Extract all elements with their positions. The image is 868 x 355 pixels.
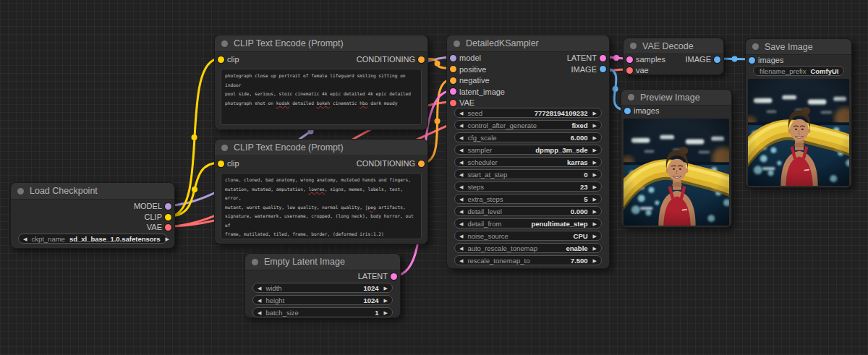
node-save-image[interactable]: Save Image images filename_prefix ComfyU… — [745, 38, 852, 188]
node-vae-decode[interactable]: VAE Decode samples IMAGE vae — [623, 38, 724, 75]
increment-arrow-icon[interactable]: ▶ — [593, 184, 597, 189]
rescale-tonemap-to-widget[interactable]: ◀rescale_tonemap_to7.500▶ — [454, 255, 602, 265]
increment-arrow-icon[interactable]: ▶ — [593, 160, 597, 165]
collapse-dot-icon[interactable] — [221, 40, 228, 47]
decrement-arrow-icon[interactable]: ◀ — [459, 160, 463, 165]
increment-arrow-icon[interactable]: ▶ — [593, 197, 597, 202]
port-clip-input[interactable] — [218, 161, 224, 167]
increment-arrow-icon[interactable]: ▶ — [593, 135, 597, 140]
decrement-arrow-icon[interactable]: ◀ — [459, 246, 463, 251]
node-detailed-ksampler[interactable]: DetailedKSampler model LATENT positive I… — [446, 35, 610, 269]
node-clip-text-encode-positive[interactable]: CLIP Text Encode (Prompt) clip CONDITION… — [214, 35, 428, 130]
auto-rescale-tonemap-widget[interactable]: ◀auto_rescale_tonemapenable▶ — [454, 243, 602, 253]
height-widget[interactable]: ◀ height 1024 ▶ — [252, 295, 393, 305]
collapse-dot-icon[interactable] — [752, 43, 759, 50]
negative-prompt-textarea[interactable]: clone, cloned, bad anatomy, wrong anatom… — [221, 173, 422, 239]
port-label-conditioning: CONDITIONING — [357, 159, 415, 168]
steps-widget[interactable]: ◀steps23▶ — [454, 181, 602, 192]
decrement-arrow-icon[interactable]: ◀ — [258, 298, 261, 303]
width-widget[interactable]: ◀ width 1024 ▶ — [252, 283, 393, 293]
port-latent-output[interactable] — [600, 55, 606, 61]
ckpt-name-widget[interactable]: ◀ ckpt_name sd_xl_base_1.0.safetensors ▶ — [18, 234, 167, 244]
decrement-arrow-icon[interactable]: ◀ — [459, 135, 463, 140]
increment-arrow-icon[interactable]: ▶ — [166, 236, 169, 241]
prompt-textarea[interactable]: photograph close up portrait of female l… — [221, 69, 422, 125]
increment-arrow-icon[interactable]: ▶ — [593, 258, 597, 263]
collapse-dot-icon[interactable] — [630, 43, 637, 49]
port-image-output[interactable] — [600, 66, 606, 72]
port-conditioning-output[interactable] — [418, 56, 425, 63]
increment-arrow-icon[interactable]: ▶ — [384, 310, 388, 315]
decrement-arrow-icon[interactable]: ◀ — [459, 147, 463, 153]
port-image-output[interactable] — [714, 56, 720, 63]
collapse-dot-icon[interactable] — [628, 94, 634, 100]
extra-steps-widget[interactable]: ◀extra_steps5▶ — [454, 194, 602, 204]
node-header[interactable]: Save Image — [746, 39, 851, 55]
increment-arrow-icon[interactable]: ▶ — [593, 172, 597, 177]
start-at-step-widget[interactable]: ◀start_at_step0▶ — [454, 169, 602, 179]
port-conditioning-output[interactable] — [418, 161, 425, 167]
decrement-arrow-icon[interactable]: ◀ — [459, 184, 463, 189]
increment-arrow-icon[interactable]: ▶ — [593, 246, 597, 251]
port-model-output[interactable] — [165, 203, 171, 210]
node-header[interactable]: Empty Latent Image — [245, 254, 400, 270]
increment-arrow-icon[interactable]: ▶ — [593, 123, 597, 128]
port-latent-image-input[interactable] — [450, 88, 456, 95]
increment-arrow-icon[interactable]: ▶ — [593, 234, 597, 239]
node-graph-canvas[interactable]: Load Checkpoint MODEL CLIP VAE ◀ ckpt_na… — [0, 0, 868, 355]
decrement-arrow-icon[interactable]: ◀ — [459, 111, 463, 116]
decrement-arrow-icon[interactable]: ◀ — [459, 197, 463, 202]
increment-arrow-icon[interactable]: ▶ — [593, 147, 597, 153]
node-header[interactable]: VAE Decode — [624, 38, 723, 54]
decrement-arrow-icon[interactable]: ◀ — [459, 221, 463, 226]
port-samples-input[interactable] — [626, 56, 633, 63]
port-vae-output[interactable] — [165, 224, 171, 231]
increment-arrow-icon[interactable]: ▶ — [384, 298, 388, 303]
port-images-input[interactable] — [749, 57, 755, 64]
collapse-dot-icon[interactable] — [221, 145, 228, 151]
decrement-arrow-icon[interactable]: ◀ — [459, 258, 463, 263]
decrement-arrow-icon[interactable]: ◀ — [23, 236, 27, 241]
filename-prefix-widget[interactable]: filename_prefix ComfyUI — [753, 66, 844, 76]
node-header[interactable]: DetailedKSampler — [447, 35, 609, 52]
decrement-arrow-icon[interactable]: ◀ — [459, 209, 463, 214]
increment-arrow-icon[interactable]: ▶ — [593, 111, 597, 116]
port-images-input[interactable] — [624, 108, 631, 114]
detail-level-widget[interactable]: ◀detail_level0.000▶ — [454, 206, 602, 216]
increment-arrow-icon[interactable]: ▶ — [384, 286, 388, 291]
seed-widget[interactable]: ◀seed77728194109232▶ — [454, 108, 602, 118]
node-header[interactable]: CLIP Text Encode (Prompt) — [215, 35, 427, 52]
port-vae-input[interactable] — [626, 67, 633, 74]
node-clip-text-encode-negative[interactable]: CLIP Text Encode (Prompt) clip CONDITION… — [214, 139, 428, 244]
port-vae-input[interactable] — [450, 100, 456, 106]
decrement-arrow-icon[interactable]: ◀ — [258, 310, 261, 315]
increment-arrow-icon[interactable]: ▶ — [593, 221, 597, 226]
collapse-dot-icon[interactable] — [17, 188, 24, 194]
decrement-arrow-icon[interactable]: ◀ — [459, 172, 463, 177]
detail-from-widget[interactable]: ◀detail_frompenultimate_step▶ — [454, 218, 602, 228]
decrement-arrow-icon[interactable]: ◀ — [258, 286, 261, 291]
port-positive-input[interactable] — [450, 66, 456, 72]
node-header[interactable]: Preview Image — [621, 90, 731, 106]
port-model-input[interactable] — [450, 55, 456, 61]
port-clip-input[interactable] — [218, 56, 224, 63]
scheduler-widget[interactable]: ◀schedulerkarras▶ — [454, 157, 602, 167]
node-header[interactable]: CLIP Text Encode (Prompt) — [215, 140, 427, 156]
batch-size-widget[interactable]: ◀ batch_size 1 ▶ — [252, 307, 393, 317]
node-load-checkpoint[interactable]: Load Checkpoint MODEL CLIP VAE ◀ ckpt_na… — [10, 182, 175, 249]
collapse-dot-icon[interactable] — [252, 259, 258, 265]
node-header[interactable]: Load Checkpoint — [11, 183, 174, 200]
cfg-scale-widget[interactable]: ◀cfg_scale6.000▶ — [454, 132, 602, 142]
port-latent-output[interactable] — [391, 273, 397, 280]
port-clip-output[interactable] — [165, 214, 171, 221]
decrement-arrow-icon[interactable]: ◀ — [459, 234, 463, 239]
port-negative-input[interactable] — [450, 77, 456, 84]
node-empty-latent-image[interactable]: Empty Latent Image LATENT ◀ width 1024 ▶… — [244, 253, 401, 318]
noise-source-widget[interactable]: ◀noise_sourceCPU▶ — [454, 231, 602, 241]
control-after-generate-widget[interactable]: ◀control_after_generatefixed▶ — [454, 120, 602, 130]
decrement-arrow-icon[interactable]: ◀ — [459, 123, 463, 128]
sampler-widget[interactable]: ◀samplerdpmpp_3m_sde▶ — [454, 145, 602, 155]
node-preview-image[interactable]: Preview Image images — [621, 89, 732, 228]
increment-arrow-icon[interactable]: ▶ — [593, 209, 597, 214]
collapse-dot-icon[interactable] — [454, 40, 460, 47]
